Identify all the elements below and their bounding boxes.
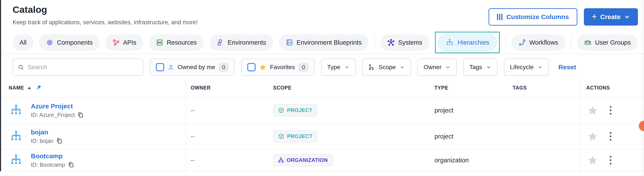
tab-label: Workflows [529,39,558,46]
search-input[interactable] [28,64,138,71]
scope-tree-icon [368,64,375,70]
search-box[interactable] [12,58,143,76]
scope-cell: PROJECT [273,124,317,149]
table-row: Bootcamp ID: Bootcamp -- ORGANIZATION or… [0,150,644,171]
tab-apis[interactable]: APIs [105,34,143,51]
owner-cell: -- [191,150,195,171]
customize-columns-button[interactable]: Customize Columns [488,8,577,25]
copy-id-button[interactable] [68,162,74,168]
customize-columns-label: Customize Columns [506,13,569,20]
scope-badge-label: ORGANIZATION [286,157,328,163]
tab-label: Environment Blueprints [296,39,362,46]
create-button[interactable]: + Create [584,8,638,25]
owned-by-me-filter[interactable]: Owned by me 0 [150,58,235,76]
name-cell: Azure Project ID: Azure_Project [10,98,84,123]
column-header-scope[interactable]: SCOPE [273,78,292,98]
header-actions: Customize Columns + Create [488,8,638,25]
api-nodes-icon [112,39,120,46]
favorites-count: 0 [298,63,308,72]
lifecycle-filter-dropdown[interactable]: Lifecycle [504,58,549,76]
person-icon [168,64,174,70]
owned-by-me-label: Owned by me [178,64,215,71]
scope-filter-dropdown[interactable]: Scope [362,58,411,76]
column-label: ACTIONS [586,85,610,91]
tags-filter-dropdown[interactable]: Tags [463,58,497,76]
favorite-star-button[interactable] [587,155,598,166]
favorites-checkbox[interactable] [247,63,256,71]
workflow-icon [518,39,526,46]
hierarchy-icon [445,38,454,47]
copy-id-button[interactable] [56,138,62,144]
row-menu-button[interactable] [608,131,613,142]
favorites-label: Favorites [270,64,295,71]
owner-cell: -- [191,124,195,149]
row-menu-button[interactable] [608,155,613,166]
column-header-type[interactable]: TYPE [434,78,448,98]
tab-components[interactable]: Components [39,34,100,51]
svg-text:A: A [289,41,291,44]
plus-icon: + [592,12,597,21]
owner-filter-dropdown[interactable]: Owner [418,58,456,76]
reset-filters-button[interactable]: Reset [558,63,576,71]
collapsed-sidebar-edge [0,0,1,171]
tab-label: Environments [228,39,266,46]
cube-icon [278,133,284,140]
create-label: Create [600,13,620,20]
tab-all[interactable]: All [12,34,34,51]
tab-label: User Groups [595,39,631,46]
pin-column-icon[interactable] [35,84,42,91]
tab-resources[interactable]: Resources [149,34,204,51]
column-label: TYPE [434,85,448,91]
column-header-actions: ACTIONS [586,78,610,98]
stack-icon [156,39,163,46]
favorites-filter[interactable]: Favorites 0 [241,58,314,76]
hierarchy-icon [10,104,22,116]
tab-label: Resources [167,39,197,46]
favorite-star-button[interactable] [587,131,598,142]
scope-badge-label: PROJECT [287,107,312,113]
blueprint-tabs: All Components APIs Resources Environmen… [12,31,644,54]
scope-badge-label: PROJECT [287,133,312,139]
page-subtitle: Keep track of applications, services, we… [12,19,198,26]
chevron-down-icon [486,65,491,70]
entity-id: ID: Bootcamp [31,162,65,168]
column-header-name[interactable]: NAME [9,78,42,98]
copy-id-button[interactable] [77,112,84,118]
row-menu-button[interactable] [608,105,613,116]
tab-label: APIs [123,39,136,46]
name-cell: bojan ID: bojan [10,124,62,149]
name-cell: Bootcamp ID: Bootcamp [10,150,74,171]
column-label: TAGS [513,85,527,91]
tab-label: Systems [398,39,422,46]
tab-systems[interactable]: Systems [380,34,429,51]
entity-id: ID: Azure_Project [31,112,75,118]
actions-cell [587,98,613,123]
columns-icon [497,14,502,20]
entity-name-link[interactable]: bojan [31,129,62,136]
entity-name-link[interactable]: Bootcamp [31,152,74,160]
owner-cell: -- [191,98,195,123]
column-header-owner[interactable]: OWNER [191,78,210,98]
tab-label: Hierarchies [458,39,490,46]
page-title: Catalog [12,4,47,15]
hexagons-icon [216,39,224,46]
tab-label: All [20,39,26,46]
type-filter-dropdown[interactable]: Type [321,58,356,76]
table-header: NAME OWNER SCOPE TYPE TAGS ACTIONS [0,78,644,98]
star-icon [259,63,266,71]
owned-by-me-checkbox[interactable] [156,63,164,71]
column-label: OWNER [191,85,210,91]
entity-name-link[interactable]: Azure Project [31,103,84,110]
search-icon [18,64,24,71]
favorite-star-button[interactable] [587,105,598,116]
dropdown-label: Type [327,64,340,71]
column-label: SCOPE [273,85,292,91]
column-header-tags[interactable]: TAGS [513,78,527,98]
filter-bar: Owned by me 0 Favorites 0 Type Scope Own… [12,58,576,76]
tab-user-groups[interactable]: User Groups [577,34,638,51]
tab-group-divider [374,36,375,49]
tab-environment-blueprints[interactable]: A Environment Blueprints [279,34,369,51]
tab-environments[interactable]: Environments [210,34,273,51]
tab-hierarchies[interactable]: Hierarchies [438,34,497,51]
tab-workflows[interactable]: Workflows [512,34,565,51]
